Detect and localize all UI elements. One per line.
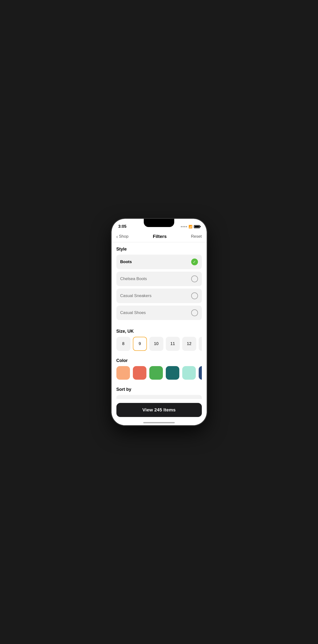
style-section-title: Style bbox=[116, 247, 202, 252]
color-list bbox=[116, 366, 202, 381]
style-option-label-casual-shoes: Casual Shoes bbox=[120, 310, 146, 315]
style-option-boots[interactable]: Boots ✓ bbox=[116, 255, 202, 269]
back-label: Shop bbox=[119, 234, 128, 239]
style-option-label-boots: Boots bbox=[120, 260, 132, 264]
color-swatch-green[interactable] bbox=[149, 366, 163, 380]
size-btn-10[interactable]: 10 bbox=[149, 337, 163, 351]
size-btn-12[interactable]: 12 bbox=[182, 337, 196, 351]
page-header: ‹ Shop Filters Reset bbox=[112, 231, 207, 242]
size-btn-8[interactable]: 8 bbox=[116, 337, 130, 351]
style-option-casual-shoes[interactable]: Casual Shoes bbox=[116, 306, 202, 320]
chevron-left-icon: ‹ bbox=[116, 234, 118, 239]
style-option-casual-sneakers[interactable]: Casual Sneakers bbox=[116, 288, 202, 303]
style-option-chelsea[interactable]: Chelsea Boots bbox=[116, 272, 202, 286]
battery-icon bbox=[194, 225, 200, 228]
time-display: 3:05 bbox=[118, 224, 127, 229]
view-items-button[interactable]: View 245 Items bbox=[116, 403, 202, 417]
sort-section-title: Sort by bbox=[116, 387, 202, 392]
size-section: Size, UK 8 9 10 11 12 13 bbox=[112, 324, 207, 354]
color-swatch-teal[interactable] bbox=[166, 366, 179, 380]
style-option-label-chelsea: Chelsea Boots bbox=[120, 276, 147, 281]
phone-frame: 3:05 📶 ‹ Shop bbox=[112, 219, 207, 425]
color-section: Color bbox=[112, 354, 207, 382]
size-section-title: Size, UK bbox=[116, 329, 202, 334]
signal-icon bbox=[181, 226, 187, 227]
color-swatch-mint[interactable] bbox=[182, 366, 196, 380]
back-button[interactable]: ‹ Shop bbox=[116, 234, 128, 239]
size-list: 8 9 10 11 12 13 bbox=[116, 337, 202, 352]
radio-selected-icon: ✓ bbox=[191, 258, 198, 265]
home-indicator bbox=[143, 422, 175, 423]
radio-unselected-icon-chelsea bbox=[191, 276, 198, 282]
color-swatch-navy[interactable] bbox=[199, 366, 202, 380]
radio-unselected-icon-shoes bbox=[191, 310, 198, 316]
status-bar: 3:05 📶 bbox=[112, 219, 207, 231]
wifi-icon: 📶 bbox=[189, 225, 192, 228]
size-btn-13[interactable]: 13 bbox=[199, 337, 202, 351]
status-icons: 📶 bbox=[181, 225, 200, 228]
color-swatch-peach[interactable] bbox=[116, 366, 130, 380]
style-option-label-casual-sneakers: Casual Sneakers bbox=[120, 294, 151, 298]
reset-button[interactable]: Reset bbox=[191, 234, 202, 239]
radio-unselected-icon-sneakers bbox=[191, 292, 198, 299]
size-btn-11[interactable]: 11 bbox=[166, 337, 180, 351]
color-swatch-coral[interactable] bbox=[133, 366, 146, 380]
color-section-title: Color bbox=[116, 358, 202, 363]
style-section: Style Boots ✓ Chelsea Boots Casual Sneak… bbox=[112, 242, 207, 324]
phone-screen: 3:05 📶 ‹ Shop bbox=[112, 219, 207, 425]
content-scroll: ‹ Shop Filters Reset Style Boots ✓ Chels… bbox=[112, 231, 207, 425]
page-title: Filters bbox=[153, 234, 167, 239]
size-btn-9[interactable]: 9 bbox=[133, 337, 147, 351]
bottom-bar: View 245 Items bbox=[112, 399, 207, 425]
